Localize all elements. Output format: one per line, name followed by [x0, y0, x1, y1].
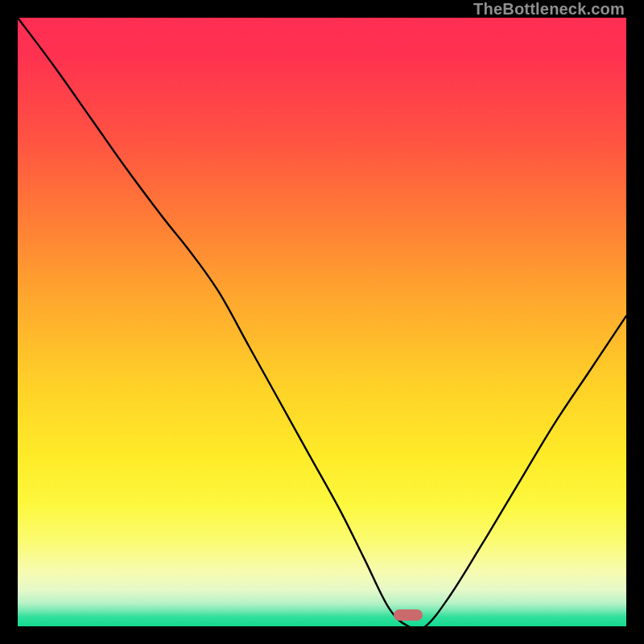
- watermark-text: TheBottleneck.com: [473, 0, 625, 19]
- plot-area: [18, 18, 626, 626]
- chart-frame: TheBottleneck.com: [0, 0, 644, 644]
- bottleneck-curve: [18, 18, 626, 626]
- optimal-marker: [394, 609, 423, 621]
